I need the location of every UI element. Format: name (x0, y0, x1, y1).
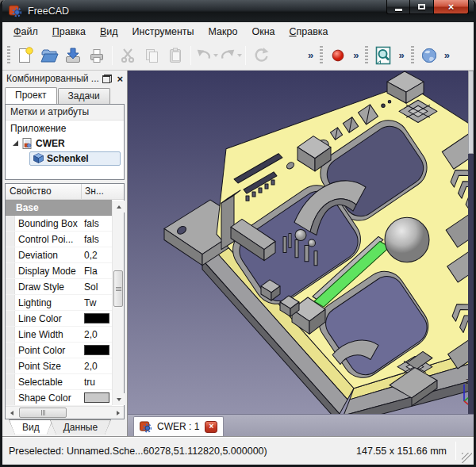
minimize-icon (395, 9, 402, 11)
menu-item-2[interactable]: Вид (93, 24, 125, 40)
property-row[interactable]: Display ModeFla (6, 263, 112, 279)
panel-tabs: Проект Задачи (2, 86, 127, 104)
record-macro-icon (329, 47, 347, 64)
freecad-logo-icon (9, 5, 21, 17)
property-row[interactable]: Line Width2,0 (6, 327, 112, 343)
vertical-scroll-thumb[interactable] (113, 270, 123, 307)
viewport-scroll-track[interactable] (468, 154, 474, 414)
view-dimensions: 147.55 x 151.66 mm (356, 446, 447, 457)
menu-item-5[interactable]: Окна (244, 24, 282, 40)
property-row[interactable]: Shape Color (6, 390, 112, 406)
property-group-row[interactable]: Base (6, 200, 112, 216)
menu-item-6[interactable]: Справка (282, 24, 336, 40)
column-value[interactable]: Зн... (82, 184, 124, 199)
float-panel-icon[interactable] (102, 75, 112, 83)
panel-close-icon[interactable]: × (117, 74, 123, 84)
new-document-button[interactable] (13, 44, 37, 67)
arrow-up-icon (117, 205, 121, 209)
paste-button[interactable] (163, 44, 187, 67)
copy-button[interactable] (140, 44, 163, 67)
menu-item-3[interactable]: Инструменты (125, 24, 202, 40)
tree-item-document[interactable]: CWER (6, 136, 124, 151)
tab-data[interactable]: Данные (51, 420, 110, 435)
color-swatch[interactable] (84, 345, 109, 355)
scroll-down-button[interactable] (113, 393, 125, 405)
new-document-icon (16, 46, 35, 65)
scroll-left-button[interactable] (6, 407, 17, 419)
property-row[interactable]: Control Poi...fals (6, 232, 112, 247)
redo-button[interactable] (218, 44, 242, 67)
menu-item-4[interactable]: Макро (202, 24, 245, 40)
panel-title: Комбинированный ... (6, 73, 102, 84)
property-row[interactable]: Deviation0,2 (6, 247, 112, 263)
tree-item-part[interactable]: Schenkel (6, 151, 124, 166)
selected-tree-item[interactable]: Schenkel (29, 151, 121, 166)
property-row[interactable]: Line Color (6, 311, 112, 327)
property-row[interactable]: Bounding Boxfals (6, 216, 112, 232)
tree-root-label: Приложение (10, 123, 66, 134)
undo-icon (195, 47, 213, 64)
open-website-button[interactable] (417, 44, 441, 67)
toolbar-overflow-chevron[interactable]: » (395, 49, 407, 61)
tree-item-application[interactable]: Приложение (6, 121, 124, 136)
redo-dropdown-caret[interactable] (237, 54, 242, 57)
viewport-scrollbar[interactable] (468, 71, 474, 414)
toolbar-drag-handle[interactable] (320, 46, 323, 65)
color-swatch[interactable] (84, 313, 109, 323)
maximize-button[interactable] (410, 0, 433, 14)
viewport-scroll-thumb[interactable] (468, 71, 474, 154)
property-row[interactable]: Point Color (6, 343, 112, 358)
menu-item-1[interactable]: Правка (45, 24, 93, 40)
scroll-right-button[interactable] (112, 407, 124, 419)
cut-scissors-icon (118, 46, 137, 65)
print-button[interactable] (85, 44, 109, 67)
document-label: CWER (36, 138, 65, 149)
minimize-button[interactable] (386, 0, 410, 14)
toolbar-drag-handle[interactable] (411, 46, 414, 65)
undo-button[interactable] (194, 44, 218, 67)
property-row[interactable]: Selectabletru (6, 374, 112, 390)
redo-icon (219, 47, 236, 64)
horizontal-scrollbar[interactable] (6, 406, 124, 419)
toolbar-overflow-chevron[interactable]: » (305, 49, 317, 61)
refresh-icon (251, 46, 271, 65)
scroll-up-button[interactable] (113, 201, 125, 212)
panel-title-bar[interactable]: Комбинированный ... × (2, 71, 127, 86)
toolbar-overflow-chevron[interactable]: » (441, 49, 453, 61)
property-row[interactable]: Point Size2,0 (6, 358, 112, 374)
open-file-button[interactable] (37, 44, 61, 67)
horizontal-scroll-thumb[interactable] (19, 408, 67, 418)
menu-item-0[interactable]: Файл (6, 24, 45, 40)
property-row[interactable]: LightingTw (6, 295, 112, 311)
resize-grip[interactable] (462, 453, 472, 463)
3d-viewport[interactable]: Z Y X (128, 71, 474, 414)
status-bar: Preselected: Unnamed.Sche...60278,51.112… (2, 436, 474, 465)
column-property[interactable]: Свойство (6, 184, 82, 199)
toolbar-drag-handle[interactable] (7, 46, 10, 65)
expand-arrow-icon[interactable] (12, 140, 19, 147)
color-swatch[interactable] (84, 392, 109, 403)
tab-tasks[interactable]: Задачи (58, 88, 110, 104)
record-macro-button[interactable] (326, 44, 350, 67)
tree-header: Метки и атрибуты (6, 105, 124, 121)
title-bar[interactable]: FreeCAD × (2, 0, 474, 22)
property-row[interactable]: Draw StyleSol (6, 279, 112, 295)
undo-dropdown-caret[interactable] (213, 54, 218, 57)
close-icon: × (448, 2, 455, 12)
document-tab-label: CWER : 1 (157, 421, 199, 432)
menu-bar: ФайлПравкаВидИнструментыМакроОкнаСправка (2, 22, 474, 40)
save-file-button[interactable] (61, 44, 85, 67)
tab-view[interactable]: Вид (10, 420, 52, 435)
refresh-button[interactable] (249, 44, 273, 67)
close-button[interactable]: × (433, 0, 469, 14)
cut-button[interactable] (116, 44, 140, 67)
whats-this-search-button[interactable] (371, 44, 395, 67)
print-icon (87, 46, 106, 65)
toolbar-overflow-chevron[interactable]: » (350, 49, 362, 61)
toolbar-drag-handle[interactable] (365, 46, 368, 65)
property-header-row[interactable]: Свойство Зн... (6, 184, 124, 200)
vertical-scrollbar[interactable] (112, 201, 124, 405)
document-tab[interactable]: CWER : 1 × (133, 416, 224, 436)
tab-project[interactable]: Проект (5, 87, 57, 104)
tab-close-button[interactable]: × (205, 421, 217, 433)
